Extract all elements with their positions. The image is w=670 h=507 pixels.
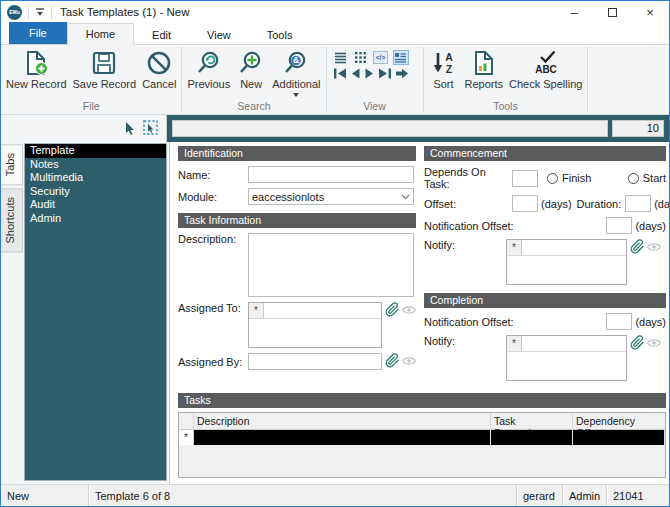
search-new-button[interactable]: New (233, 47, 269, 93)
sidebar-item-notes[interactable]: Notes (25, 158, 166, 172)
dependency-offset-cell[interactable] (573, 430, 665, 445)
search-previous-button[interactable]: Previous (184, 47, 233, 93)
tasks-section: Tasks Description Task Dependency Depend… (178, 393, 666, 478)
save-record-button[interactable]: Save Record (70, 47, 140, 93)
offset-days-label: (days) (541, 198, 572, 210)
new-record-button[interactable]: New Record (3, 47, 70, 93)
task-dependency-column-header[interactable]: Task Dependency (491, 413, 573, 430)
svg-text:&: & (293, 55, 299, 65)
module-value: eaccessionlots (252, 191, 401, 203)
code-view-button[interactable]: </> (373, 50, 389, 65)
commencement-header: Commencement (424, 146, 666, 161)
completion-notify-label: Notify: (424, 335, 506, 347)
tasks-table[interactable]: Description Task Dependency Dependency O… (178, 412, 666, 478)
table-row[interactable]: * (179, 430, 665, 445)
sort-label: Sort (433, 78, 453, 91)
grid-view-button[interactable] (353, 50, 369, 65)
sidebar-item-security[interactable]: Security (25, 185, 166, 199)
search-previous-label: Previous (187, 78, 230, 91)
attach-button[interactable] (630, 335, 645, 352)
depends-on-task-label: Depends On Task: (424, 166, 512, 190)
side-tab-shortcuts[interactable]: Shortcuts (1, 188, 23, 252)
chevron-down-icon (293, 93, 299, 97)
list-view-button[interactable] (333, 50, 349, 65)
tab-file[interactable]: File (9, 22, 67, 44)
nav-previous-button[interactable] (350, 68, 361, 81)
duration-input[interactable] (625, 195, 651, 212)
marquee-select-icon[interactable] (143, 120, 158, 137)
completion-notification-offset-input[interactable] (606, 313, 632, 330)
side-tab-strip: Tabs Shortcuts (1, 142, 23, 484)
assigned-to-grid[interactable]: * (248, 302, 382, 348)
description-input[interactable] (248, 233, 414, 297)
cancel-button[interactable]: Cancel (139, 47, 179, 93)
sidebar-item-admin[interactable]: Admin (25, 212, 166, 226)
description-cell[interactable] (194, 430, 491, 445)
attach-button[interactable] (385, 353, 400, 370)
assigned-by-input[interactable] (248, 353, 382, 370)
task-dependency-cell[interactable] (491, 430, 573, 445)
search-previous-icon (196, 49, 222, 77)
emu-logo-icon: EMu (7, 5, 22, 20)
commencement-notification-offset-input[interactable] (606, 217, 632, 234)
status-bar: New Template 6 of 8 gerard Admin 21041 (1, 484, 669, 506)
new-record-icon (23, 49, 49, 77)
assigned-by-label: Assigned By: (178, 356, 248, 368)
start-radio[interactable] (628, 173, 639, 184)
page-view-button[interactable] (393, 50, 409, 65)
summary-bar: 10 (167, 115, 669, 142)
completion-header: Completion (424, 293, 666, 308)
mode-bar: 10 (1, 115, 669, 142)
nav-go-button[interactable] (395, 68, 409, 81)
tab-tools[interactable]: Tools (249, 26, 311, 44)
sidebar-item-multimedia[interactable]: Multimedia (25, 171, 166, 185)
eye-icon[interactable] (402, 305, 416, 317)
record-count-field: 10 (612, 120, 664, 137)
ribbon-group-tools: AZ Sort Reports ABC Check Spelling (424, 45, 588, 114)
cancel-label: Cancel (142, 78, 176, 91)
name-input[interactable] (248, 166, 414, 183)
module-label: Module: (178, 191, 248, 203)
quick-access-caret-icon[interactable] (35, 8, 45, 16)
tab-home[interactable]: Home (67, 23, 134, 45)
search-additional-button[interactable]: & Additional (269, 47, 323, 99)
tasks-table-header-row: Description Task Dependency Dependency O… (179, 413, 665, 430)
duration-days-label: (days) (654, 198, 669, 210)
eye-icon[interactable] (402, 356, 416, 368)
completion-notification-days-label: (days) (635, 316, 666, 328)
finish-radio[interactable] (547, 173, 558, 184)
close-button[interactable]: × (631, 1, 669, 23)
description-column-header[interactable]: Description (194, 413, 491, 430)
sidebar-item-template[interactable]: Template (25, 144, 166, 158)
eye-icon[interactable] (647, 242, 661, 254)
attach-button[interactable] (385, 302, 400, 319)
save-record-label: Save Record (73, 78, 137, 91)
summary-field (172, 120, 608, 137)
eye-icon[interactable] (647, 338, 661, 350)
sidebar-item-audit[interactable]: Audit (25, 198, 166, 212)
offset-input[interactable] (512, 195, 538, 212)
nav-last-button[interactable] (378, 68, 392, 81)
sort-button[interactable]: AZ Sort (426, 47, 462, 93)
check-spelling-button[interactable]: ABC Check Spelling (506, 47, 585, 93)
commencement-notify-grid[interactable]: * (506, 239, 627, 285)
minimize-button[interactable]: – (555, 1, 593, 23)
maximize-button[interactable] (593, 1, 631, 23)
nav-first-button[interactable] (333, 68, 347, 81)
module-select[interactable]: eaccessionlots (248, 188, 414, 205)
depends-on-task-input[interactable] (512, 170, 538, 187)
name-label: Name: (178, 169, 248, 181)
reports-button[interactable]: Reports (462, 47, 507, 93)
select-arrow-icon[interactable] (123, 121, 136, 137)
side-tab-tabs[interactable]: Tabs (1, 144, 23, 185)
dependency-offset-column-header[interactable]: Dependency Offset (573, 413, 665, 430)
tab-edit[interactable]: Edit (134, 26, 189, 44)
new-row-marker: * (507, 240, 522, 255)
sidebar: Template Notes Multimedia Security Audit… (23, 142, 169, 484)
nav-next-button[interactable] (364, 68, 375, 81)
tab-view[interactable]: View (189, 26, 249, 44)
titlebar-divider (51, 6, 52, 19)
attach-button[interactable] (630, 239, 645, 256)
completion-notify-grid[interactable]: * (506, 335, 627, 381)
ribbon: New Record Save Record Cancel File (1, 45, 669, 115)
